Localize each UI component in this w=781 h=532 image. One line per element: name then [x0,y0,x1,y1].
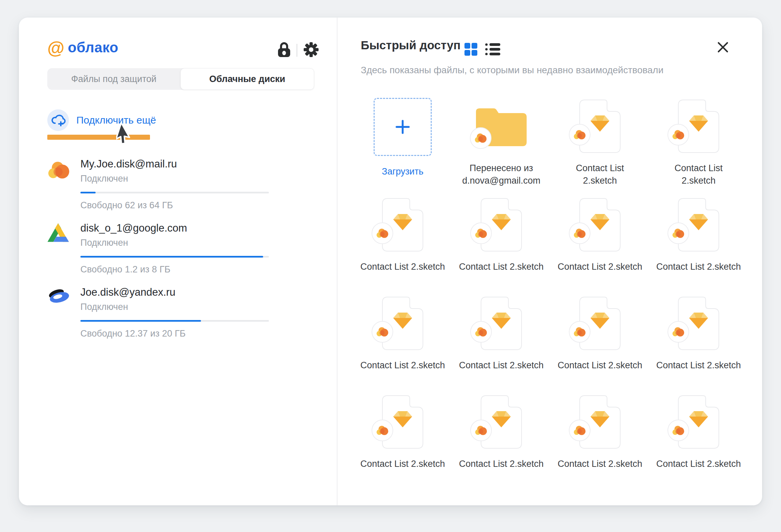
mailru-badge-icon [470,222,492,244]
mailru-badge-icon [569,124,590,145]
quick-access-title: Быстрый доступ [361,38,460,52]
drive-status: Подключен [80,237,270,248]
mouse-cursor [116,123,135,148]
folder-tile[interactable]: Перенесено из d.nova@gmail.com [452,96,551,194]
gear-icon[interactable] [303,42,319,59]
drive-free-space: Свободно 62 из 64 ГБ [80,200,270,211]
mailru-badge-icon [667,321,689,343]
drive-usage-bar [80,320,269,322]
file-tile[interactable]: Contact List 2.sketch [551,194,649,293]
mailru-badge-icon [569,222,590,244]
grid-view-icon[interactable] [464,43,478,57]
mailru-badge-icon [470,127,492,149]
mailru-badge-icon [667,124,689,145]
quick-access-subtitle: Здесь показаны файлы, с которыми вы неда… [361,65,663,76]
drive-account-name: disk_o_1@google.com [80,221,270,235]
drive-account-name: Joe.disk@yandex.ru [80,286,270,299]
drive-free-space: Свободно 12.37 из 20 ГБ [80,328,270,339]
mailru-badge-icon [372,222,393,244]
plus-icon [395,119,410,134]
connect-more-button[interactable]: Подключить ещё [47,109,156,131]
sidebar-tabs: Файлы под защитой Облачные диски [47,68,314,90]
mailru-badge-icon [372,321,393,343]
file-label: Contact List 2.sketch [656,359,741,372]
file-label: Contact List 2.sketch [656,458,741,470]
quick-access-grid: Загрузить Перенесено из d.nova@gmail.com [353,96,748,490]
file-label: Contact List 2.sketch [656,261,741,273]
file-tile[interactable]: Contact List 2.sketch [649,96,748,194]
list-view-icon[interactable] [485,43,501,57]
file-tile[interactable]: Contact List 2.sketch [649,392,748,490]
app-window: @ облако [19,18,762,505]
file-label: Contact List 2.sketch [459,458,544,470]
file-label: Contact List 2.sketch [666,162,731,187]
file-tile[interactable]: Contact List 2.sketch [353,194,452,293]
mailru-badge-icon [667,420,689,441]
file-label: Contact List 2.sketch [568,162,632,187]
file-tile[interactable]: Contact List 2.sketch [551,293,649,392]
mailru-badge-icon [569,420,590,441]
file-label: Contact List 2.sketch [360,359,445,372]
file-tile[interactable]: Contact List 2.sketch [551,96,649,194]
file-tile[interactable]: Contact List 2.sketch [452,194,551,293]
file-label: Contact List 2.sketch [360,458,445,470]
mailru-badge-icon [372,420,393,441]
file-tile[interactable]: Contact List 2.sketch [353,293,452,392]
google-drive-icon [47,223,69,242]
panel-divider [337,18,337,505]
file-label: Contact List 2.sketch [459,359,544,372]
drive-account-name: My.Joe.disk@mail.ru [80,157,270,171]
mailru-badge-icon [470,420,492,441]
tab-cloud-disks[interactable]: Облачные диски [180,68,314,90]
drive-usage-bar [80,192,269,193]
mailru-badge-icon [470,321,492,343]
file-label: Contact List 2.sketch [558,458,643,470]
cloud-plus-icon [47,109,69,131]
mailru-badge-icon [667,222,689,244]
file-tile[interactable]: Contact List 2.sketch [353,392,452,490]
mailru-badge-icon [569,321,590,343]
drive-usage-bar [80,256,269,258]
drive-list-item-yandex[interactable]: Joe.disk@yandex.ru Подключен Свободно 12… [47,286,270,339]
app-logo-text: облако [68,39,119,56]
drive-free-space: Свободно 1.2 из 8 ГБ [80,264,270,275]
file-label: Contact List 2.sketch [558,359,643,372]
drive-status: Подключен [80,301,270,313]
file-label: Contact List 2.sketch [459,261,544,273]
file-tile[interactable]: Contact List 2.sketch [452,293,551,392]
file-tile[interactable]: Contact List 2.sketch [551,392,649,490]
drive-status: Подключен [80,173,270,184]
upload-dropzone[interactable] [374,98,432,156]
file-tile[interactable]: Contact List 2.sketch [452,392,551,490]
close-icon[interactable] [716,41,730,54]
file-tile[interactable]: Contact List 2.sketch [649,293,748,392]
folder-label: Перенесено из d.nova@gmail.com [459,162,544,187]
file-label: Contact List 2.sketch [360,261,445,273]
upload-tile[interactable]: Загрузить [353,96,452,194]
lock-icon[interactable] [278,42,291,59]
tab-protected-files[interactable]: Файлы под защитой [47,68,180,90]
mailru-cloud-icon [47,159,70,182]
drive-list-item-google[interactable]: disk_o_1@google.com Подключен Свободно 1… [47,221,270,275]
app-logo: @ облако [47,37,118,58]
file-label: Contact List 2.sketch [558,261,643,273]
icon-separator [297,44,297,57]
file-tile[interactable]: Contact List 2.sketch [649,194,748,293]
mailru-at-icon: @ [47,39,65,56]
upload-label: Загрузить [382,165,423,178]
yandex-disk-icon [47,287,70,306]
drive-list-item-mailru[interactable]: My.Joe.disk@mail.ru Подключен Свободно 6… [47,157,270,211]
